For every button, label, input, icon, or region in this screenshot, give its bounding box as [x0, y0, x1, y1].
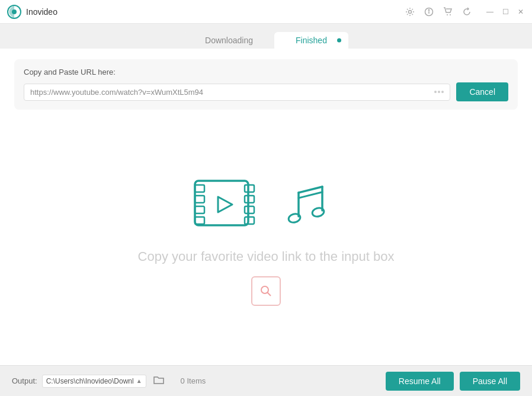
bottom-bar: Output: C:\Users\ch\Inovideo\Downl ▲ 0 I…	[0, 365, 532, 396]
output-section: Output: C:\Users\ch\Inovideo\Downl ▲ 0 I…	[12, 375, 206, 388]
output-label: Output:	[12, 376, 37, 385]
url-loading-dots	[434, 91, 444, 93]
app-logo	[7, 5, 21, 19]
svg-rect-16	[245, 217, 254, 224]
svg-rect-10	[195, 196, 204, 203]
svg-line-22	[299, 187, 322, 193]
maximize-icon[interactable]: ☐	[501, 8, 509, 16]
svg-line-23	[299, 192, 322, 198]
items-count: 0 Items	[181, 376, 206, 385]
tab-finished-dot	[337, 39, 341, 43]
media-icons	[189, 172, 343, 237]
svg-rect-9	[195, 185, 204, 192]
svg-point-6	[447, 14, 448, 15]
url-input-row: https://www.youtube.com/watch?v=xWumXtL5…	[24, 82, 508, 101]
center-area: Copy your favorite video link to the inp…	[14, 119, 518, 358]
close-icon[interactable]: ✕	[517, 8, 525, 16]
bottom-buttons: Resume All Pause All	[386, 372, 520, 391]
title-bar-right: — ☐ ✕	[405, 7, 525, 17]
svg-rect-15	[245, 206, 254, 213]
svg-rect-13	[245, 185, 254, 192]
tab-finished[interactable]: Finished	[274, 32, 348, 49]
svg-rect-12	[195, 217, 204, 224]
output-path-text: C:\Users\ch\Inovideo\Downl	[46, 377, 134, 385]
main-content: Copy and Paste URL here: https://www.you…	[0, 49, 532, 365]
svg-point-21	[312, 206, 325, 218]
svg-point-20	[288, 212, 302, 223]
url-section: Copy and Paste URL here: https://www.you…	[14, 59, 518, 110]
video-icon	[189, 172, 260, 237]
url-label: Copy and Paste URL here:	[24, 68, 508, 76]
resume-all-button[interactable]: Resume All	[386, 372, 454, 391]
output-folder-icon[interactable]	[153, 375, 164, 387]
svg-line-25	[268, 292, 271, 296]
pause-all-button[interactable]: Pause All	[460, 372, 520, 391]
info-icon[interactable]	[424, 7, 434, 17]
svg-point-5	[428, 9, 429, 10]
svg-point-2	[409, 10, 412, 13]
tab-downloading[interactable]: Downloading	[184, 32, 274, 49]
cart-icon[interactable]	[443, 7, 453, 17]
title-bar-left: Inovideo	[7, 5, 57, 19]
svg-marker-17	[218, 197, 232, 212]
placeholder-text: Copy your favorite video link to the inp…	[138, 249, 395, 264]
url-input-text: https://www.youtube.com/watch?v=xWumXtL5…	[30, 88, 434, 97]
svg-rect-11	[195, 206, 204, 213]
minimize-icon[interactable]: —	[486, 8, 494, 16]
svg-point-7	[450, 14, 451, 15]
search-icon-placeholder	[251, 276, 281, 306]
svg-point-1	[12, 9, 17, 14]
svg-point-24	[261, 286, 268, 293]
output-path-wrapper[interactable]: C:\Users\ch\Inovideo\Downl ▲	[42, 375, 146, 388]
refresh-icon[interactable]	[462, 7, 472, 17]
svg-rect-14	[245, 196, 254, 203]
cancel-button[interactable]: Cancel	[456, 82, 508, 101]
window-controls: — ☐ ✕	[486, 8, 525, 16]
settings-icon[interactable]	[405, 7, 415, 17]
title-bar: Inovideo	[0, 0, 532, 24]
tab-downloading-label: Downloading	[205, 36, 253, 45]
tab-finished-label: Finished	[296, 36, 327, 45]
output-arrow-icon: ▲	[136, 378, 142, 384]
app-title: Inovideo	[26, 7, 57, 17]
music-icon	[278, 172, 343, 237]
tab-bar: Downloading Finished	[0, 24, 532, 49]
url-input-wrapper[interactable]: https://www.youtube.com/watch?v=xWumXtL5…	[24, 84, 450, 101]
